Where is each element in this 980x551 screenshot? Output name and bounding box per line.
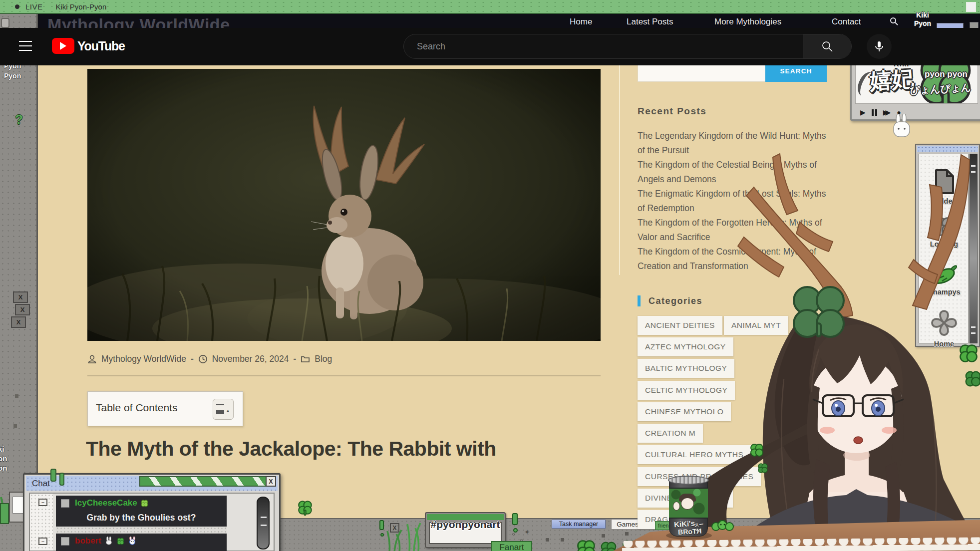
categories-accent-bar [638, 295, 641, 306]
panel-item-loading[interactable]: Loading [919, 215, 969, 248]
recent-post-link[interactable]: The Legendary Kingdom of the Wild Hunt: … [638, 129, 833, 158]
player-controls: ▶ ▶▶ ● [855, 106, 978, 119]
chat-pin-decoration [50, 469, 56, 482]
panel-item-champys[interactable]: Champys [919, 263, 969, 296]
category-tag[interactable]: BALTIC MYTHOLOGY [638, 359, 734, 378]
strip-close-button[interactable]: X [15, 304, 30, 315]
article-meta: Mythology WorldWide - November 26, 2024 … [87, 351, 537, 366]
stream-title-bar: LIVE Kiki Pyon-Pyon [0, 0, 980, 14]
kiki-pyon-badge: Kiki Pyon [910, 11, 936, 28]
strip-close-button[interactable]: X [13, 291, 28, 303]
article-heading: The Myth of the Jackalope: The Rabbit wi… [86, 437, 605, 467]
chat-message-checkbox[interactable] [61, 537, 69, 546]
site-nav-more-mythologies[interactable]: More Mythologies [714, 17, 781, 27]
chat-message-checkbox[interactable] [61, 499, 69, 508]
menu-hamburger-button[interactable] [19, 41, 32, 51]
panel-scrollbar[interactable] [970, 154, 978, 343]
toc-toggle-button[interactable]: ▲ [213, 399, 234, 420]
stream-title: Kiki Pyon-Pyon [56, 2, 107, 11]
art-hashtag: #pyonpyonart [426, 519, 505, 531]
voice-search-button[interactable] [867, 34, 892, 59]
square-decoration [546, 538, 549, 542]
article-author[interactable]: Mythology WorldWide [101, 354, 186, 364]
gray-clover-icon [929, 308, 959, 338]
strip-dot [13, 424, 17, 428]
chat-title: Chat [32, 479, 50, 489]
category-tag[interactable]: CHINESE MYTHOLO [638, 402, 731, 421]
task-manager-button[interactable]: Task manager [552, 520, 606, 529]
play-icon[interactable]: ▶ [860, 108, 866, 116]
pause-icon[interactable] [872, 109, 877, 116]
strip-dot [15, 394, 18, 398]
meta-separator: - [293, 354, 296, 364]
file-icon [932, 168, 956, 195]
category-tag[interactable]: ANCIENT DEITIES [638, 316, 722, 335]
site-search-icon[interactable] [890, 17, 899, 28]
scrollbar-grip [971, 165, 976, 167]
chat-username[interactable]: bobert [75, 536, 137, 546]
exclamation-icon [512, 513, 518, 525]
recent-post-link[interactable]: The Kingdom of the Celestial Beings: Myt… [638, 158, 833, 187]
chat-close-button[interactable]: X [266, 476, 276, 487]
chat-message: bobert [56, 534, 227, 551]
clover-decoration [958, 342, 980, 364]
article-category[interactable]: Blog [315, 354, 332, 364]
recent-post-link[interactable]: The Enigmatic Kingdom of the Lost Souls:… [638, 187, 833, 216]
category-folder-icon [301, 354, 310, 364]
stream-bar-close-button[interactable]: X [966, 2, 976, 12]
recent-post-link[interactable]: The Kingdom of the Forgotten Heroes: Myt… [638, 216, 833, 245]
youtube-search-button[interactable] [803, 34, 851, 58]
search-icon [821, 40, 833, 52]
stream-icons-panel: Folder Loading Champys Home [915, 144, 980, 347]
category-tag[interactable]: CELTIC MYTHOLOGY [638, 381, 735, 400]
panel-item-home[interactable]: Home [919, 308, 969, 348]
category-tag[interactable]: ANIMAL MYT [724, 316, 788, 335]
site-nav-latest-posts[interactable]: Latest Posts [627, 17, 673, 27]
peeking-rabbit-sprite [892, 114, 912, 138]
youtube-search-bar [403, 34, 852, 59]
chat-collapse-button[interactable]: − [38, 499, 47, 506]
youtube-search-input[interactable] [404, 34, 803, 58]
categories-header: Categories [638, 295, 702, 306]
watermark-text: on [0, 464, 7, 472]
caterpillar-emote [711, 518, 735, 532]
fanart-button[interactable]: Fanart [491, 541, 532, 551]
chat-scrollbar[interactable] [257, 497, 270, 550]
chat-progress-bar [139, 476, 270, 487]
recent-posts-title: Recent Posts [638, 106, 706, 117]
chat-message: IcyCheeseCake Grab by the Ghoulies ost? [56, 496, 227, 527]
table-of-contents-box: Table of Contents ▲ [87, 391, 243, 426]
grass-decoration [406, 521, 421, 551]
category-tag[interactable]: AZTEC MYTHOLOGY [638, 337, 733, 356]
watermark-text: on [0, 454, 7, 463]
category-tag[interactable]: CULTURAL HERO MYTHS [638, 445, 751, 464]
kikis-broth-can: KiKi's BRoTH スープ [669, 476, 708, 539]
scrollbar-grip [261, 517, 267, 518]
youtube-logo[interactable]: YouTube [52, 38, 125, 54]
recent-post-link[interactable]: The Kingdom of the Cosmic Serpent: Myths… [638, 245, 833, 274]
chat-collapse-button[interactable]: − [38, 538, 47, 545]
clover-decoration [964, 369, 980, 388]
green-chip-decoration [0, 503, 9, 524]
carrot-icon [931, 263, 957, 286]
category-tag[interactable]: CREATION M [638, 424, 703, 443]
panel-titlebar[interactable] [917, 146, 978, 152]
microphone-icon [873, 40, 885, 52]
exclamation-dot [380, 533, 384, 537]
site-nav-contact[interactable]: Contact [832, 17, 861, 27]
strip-close-button[interactable]: X [11, 316, 26, 328]
date-icon [198, 354, 208, 364]
square-decoration [561, 538, 564, 542]
scrollbar-grip [971, 326, 976, 328]
can-lid [668, 476, 709, 485]
site-nav-home[interactable]: Home [570, 17, 592, 27]
question-mark-icon[interactable]: ? [15, 112, 23, 127]
fast-forward-icon[interactable]: ▶▶ [883, 108, 888, 116]
recent-posts-list: The Legendary Kingdom of the Wild Hunt: … [638, 129, 833, 274]
panel-item-folder[interactable]: Folder [919, 168, 969, 205]
meta-separator: - [191, 354, 194, 364]
chat-window[interactable]: Chat X − − IcyCheeseCake Grab by the Gho… [23, 473, 281, 551]
clover-decoration [599, 540, 618, 551]
chat-username[interactable]: IcyCheeseCake [75, 498, 149, 508]
logo-kanji-text: 嬉妃 [869, 64, 915, 96]
